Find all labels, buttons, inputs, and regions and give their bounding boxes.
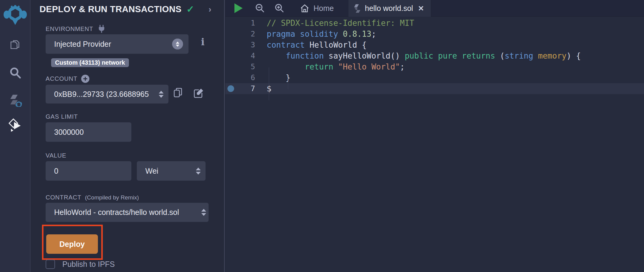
line-number[interactable]: 4 [237,50,255,61]
environment-stepper-icon [172,39,183,49]
copy-account-icon[interactable] [173,87,183,98]
line-number[interactable]: 6 [237,72,255,83]
deploy-run-panel: DEPLOY & RUN TRANSACTIONS ✓ › ENVIRONMEN… [30,0,225,272]
indent-guide [269,67,269,100]
contract-stepper-icon [201,209,206,216]
unit-stepper-icon [196,168,201,175]
network-badge: Custom (43113) network [51,58,129,67]
code-text: function sayHelloWorld() public pure ret… [255,50,581,61]
account-stepper-icon [159,91,164,98]
line-number[interactable]: 2 [237,29,255,39]
expand-panel-icon[interactable]: › [209,5,211,14]
zoom-out-icon[interactable] [254,3,265,14]
environment-select[interactable]: Injected Provider [46,34,189,54]
editor-tabbar: Home hello world.sol ✕ [225,0,644,17]
add-account-icon[interactable] [81,75,89,83]
code-text: return "Hello World"; [255,61,405,72]
breakpoint-margin[interactable] [225,39,237,50]
code-text: // SPDX-License-Identifier: MIT [255,18,414,29]
publish-ipfs-label: Publish to IPFS [62,260,115,269]
breakpoint-margin[interactable] [225,18,237,29]
publish-row: Publish to IPFS [46,260,115,269]
breakpoint-margin[interactable] [225,72,237,83]
code-text: } [255,72,290,83]
account-select[interactable]: 0xBB9...29733 (23.6688965 [46,85,168,104]
contract-select[interactable]: HelloWorld - contracts/hello world.sol [46,203,209,222]
info-icon[interactable]: i [198,36,207,49]
close-tab-icon[interactable]: ✕ [418,4,424,13]
account-label: ACCOUNT [46,75,89,83]
page-title: DEPLOY & RUN TRANSACTIONS [40,4,182,14]
publish-ipfs-checkbox[interactable] [46,260,55,269]
contract-sublabel: (Compiled by Remix) [85,194,139,201]
status-check-icon: ✓ [186,4,194,15]
code-line[interactable]: 4 function sayHelloWorld() public pure r… [225,50,644,61]
solidity-compiler-icon[interactable] [9,93,22,107]
icon-sidebar [0,0,30,272]
line-number[interactable]: 3 [237,39,255,50]
environment-label: ENVIRONMENT [46,24,106,33]
gas-limit-label: GAS LIMIT [46,113,78,120]
code-area[interactable]: 1// SPDX-License-Identifier: MIT2pragma … [225,17,644,272]
deploy-button[interactable]: Deploy [46,234,98,254]
breakpoint-margin[interactable] [225,29,237,39]
gas-limit-input[interactable]: 3000000 [46,122,131,142]
code-line[interactable]: 3contract HelloWorld { [225,39,644,50]
code-text: pragma solidity 0.8.13; [255,29,376,39]
line-number[interactable]: 5 [237,61,255,72]
line-number[interactable]: 7 [237,83,255,94]
breakpoint-margin[interactable] [225,50,237,61]
search-icon[interactable] [9,66,22,80]
run-script-icon[interactable] [234,3,243,13]
value-unit-select[interactable]: Wei [137,161,206,181]
value-label: VALUE [46,152,66,159]
code-line[interactable]: 5 return "Hello World"; [225,61,644,72]
edit-account-icon[interactable] [193,87,203,98]
value-input[interactable]: 0 [46,161,131,181]
solidity-file-icon [354,4,361,13]
home-icon [300,4,309,13]
tab-home[interactable]: Home [297,0,337,17]
contract-label: CONTRACT (Compiled by Remix) [46,194,139,201]
code-line[interactable]: 2pragma solidity 0.8.13; [225,29,644,39]
panel-header: DEPLOY & RUN TRANSACTIONS ✓ [40,4,194,15]
remix-ide-window: DEPLOY & RUN TRANSACTIONS ✓ › ENVIRONMEN… [0,0,644,272]
tab-home-label: Home [313,4,334,13]
code-editor: Home hello world.sol ✕ 1// SPDX-License-… [225,0,644,272]
tab-hello-world-sol[interactable]: hello world.sol ✕ [348,0,431,17]
remix-logo-icon[interactable] [3,2,27,27]
indent-guide [288,78,288,89]
file-explorer-icon[interactable] [9,39,22,52]
line-number[interactable]: 1 [237,18,255,29]
zoom-in-icon[interactable] [274,3,285,14]
plug-icon [97,24,106,33]
tab-file-label: hello world.sol [365,4,413,13]
breakpoint-margin[interactable] [225,61,237,72]
code-line[interactable]: 1// SPDX-License-Identifier: MIT [225,18,644,29]
deploy-run-icon[interactable] [9,118,22,132]
breakpoint-dot[interactable] [225,83,237,94]
code-text: contract HelloWorld { [255,39,367,50]
